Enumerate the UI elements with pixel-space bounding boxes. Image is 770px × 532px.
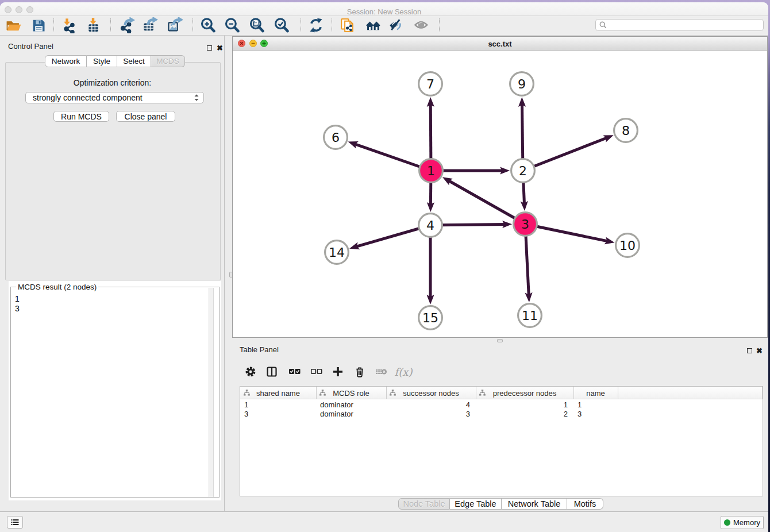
show-columns-icon[interactable] [263, 364, 280, 379]
graph-node-2[interactable]: 2 [511, 159, 535, 183]
show-graphics-details-icon[interactable] [413, 17, 430, 33]
control-tab-style[interactable]: Style [87, 55, 117, 67]
table-cell[interactable]: dominator [320, 409, 386, 419]
table-panel-title: Table Panel [240, 345, 279, 354]
network-window-titlebar[interactable]: scc.txt [233, 37, 767, 51]
table-panel-close-icon[interactable]: ✖ [756, 348, 763, 354]
export-network-icon[interactable] [118, 17, 136, 33]
mcds-result-panel: MCDS result (2 nodes) 13 [9, 281, 221, 500]
close-panel-button[interactable]: Close panel [116, 111, 175, 122]
svg-text:4: 4 [426, 218, 434, 233]
zoom-selected-icon[interactable] [273, 17, 290, 33]
save-session-icon[interactable] [30, 17, 47, 33]
table-cell[interactable]: 2 [476, 409, 568, 419]
graph-node-9[interactable]: 9 [510, 72, 534, 96]
run-mcds-button[interactable]: Run MCDS [53, 111, 109, 122]
graph-node-4[interactable]: 4 [419, 214, 442, 237]
criterion-select-value: strongly connected component [33, 93, 143, 102]
table-cell[interactable]: 1 [578, 400, 618, 410]
table-tab-node-table[interactable]: Node Table [398, 498, 450, 510]
search-box[interactable] [595, 19, 764, 31]
svg-text:15: 15 [422, 311, 438, 325]
graph-edge-3-10[interactable] [525, 224, 615, 244]
export-image-icon[interactable] [166, 17, 183, 33]
graph-node-15[interactable]: 15 [419, 306, 442, 330]
svg-text:10: 10 [619, 238, 636, 253]
window-title: Session: New Session [0, 7, 768, 16]
import-network-from-file-icon[interactable] [60, 17, 78, 33]
control-panel-float-icon[interactable] [207, 45, 212, 51]
column-divider [618, 387, 618, 399]
result-scrollbar[interactable] [209, 288, 214, 497]
table-tab-network-table[interactable]: Network Table [502, 498, 567, 510]
table-panel-float-icon[interactable] [747, 348, 752, 353]
table-options-gear-icon[interactable] [242, 364, 259, 379]
graph-node-11[interactable]: 11 [518, 304, 542, 327]
open-session-icon[interactable] [5, 17, 22, 33]
table-cell[interactable]: dominator [320, 400, 386, 410]
table-cell[interactable]: 3 [386, 409, 470, 419]
column-header-successor-nodes[interactable]: successor nodes [386, 387, 476, 399]
memory-button[interactable]: Memory [721, 516, 764, 529]
control-tab-mcds[interactable]: MCDS [151, 55, 185, 67]
network-graph[interactable]: 1234678910111415 [233, 51, 767, 337]
graph-node-6[interactable]: 6 [324, 126, 348, 149]
zoom-in-icon[interactable] [199, 17, 217, 33]
table-cell[interactable]: 3 [578, 409, 618, 419]
mcds-result-group-title: MCDS result (2 nodes) [16, 283, 98, 291]
column-divider[interactable] [476, 387, 476, 399]
column-header-predecessor-nodes[interactable]: predecessor nodes [476, 387, 573, 399]
zoom-fit-icon[interactable] [248, 17, 265, 33]
hide-graphics-details-icon[interactable] [388, 17, 405, 33]
criterion-select[interactable]: strongly connected component [25, 92, 204, 103]
control-tab-select[interactable]: Select [117, 55, 151, 67]
import-table-from-file-icon[interactable] [84, 17, 102, 33]
graph-node-8[interactable]: 8 [614, 119, 638, 142]
control-tab-network[interactable]: Network [45, 55, 87, 67]
column-divider[interactable] [573, 387, 574, 399]
graph-edge-1-6[interactable] [348, 141, 431, 171]
task-console-button[interactable] [7, 516, 23, 529]
table-cell[interactable]: 1 [476, 400, 568, 410]
column-divider[interactable] [386, 387, 387, 399]
table-cell[interactable]: 4 [386, 400, 470, 410]
memory-status-dot [724, 519, 730, 526]
graph-node-3[interactable]: 3 [514, 213, 537, 236]
column-header-MCDS-role[interactable]: MCDS role [316, 387, 386, 399]
table-tab-edge-table[interactable]: Edge Table [450, 498, 502, 510]
search-input[interactable] [609, 20, 763, 30]
graph-node-14[interactable]: 14 [325, 241, 349, 264]
graph-edge-4-14[interactable] [349, 225, 430, 249]
column-header-name[interactable]: name [573, 387, 618, 399]
toolbar-separator [332, 18, 332, 32]
node-table-header: shared nameMCDS rolesuccessor nodesprede… [240, 387, 763, 399]
svg-text:2: 2 [519, 164, 527, 178]
graph-node-1[interactable]: 1 [419, 159, 443, 183]
graph-node-10[interactable]: 10 [616, 234, 640, 257]
control-panel-close-icon[interactable]: ✖ [217, 45, 223, 51]
create-column-icon[interactable] [329, 364, 346, 379]
graph-edge-3-1[interactable] [442, 177, 525, 224]
screen: Session: New Session [0, 0, 770, 532]
open-in-ndex-icon[interactable] [339, 17, 356, 33]
zoom-out-icon[interactable] [224, 17, 241, 33]
delete-columns-icon[interactable] [351, 364, 368, 379]
select-stepper-icon [193, 93, 200, 102]
table-cell[interactable]: 3 [244, 409, 316, 419]
graph-node-7[interactable]: 7 [419, 72, 442, 96]
unselect-all-columns-icon[interactable] [307, 364, 325, 379]
svg-text:7: 7 [426, 77, 434, 91]
table-tab-motifs[interactable]: Motifs [567, 498, 603, 510]
select-all-columns-icon[interactable] [286, 364, 303, 379]
export-table-icon[interactable] [141, 17, 159, 33]
graph-edge-2-8[interactable] [523, 135, 614, 171]
fx-label: f(x) [395, 366, 413, 378]
column-divider[interactable] [316, 387, 317, 399]
memory-button-label: Memory [733, 518, 760, 527]
window-titlebar[interactable]: Session: New Session [0, 2, 768, 16]
apply-layout-icon[interactable] [307, 17, 325, 33]
column-header-shared-name[interactable]: shared name [240, 387, 316, 399]
ndex-home-icon[interactable] [365, 17, 382, 33]
horizontal-splitter-handle[interactable] [497, 339, 503, 342]
table-cell[interactable]: 1 [244, 400, 316, 410]
